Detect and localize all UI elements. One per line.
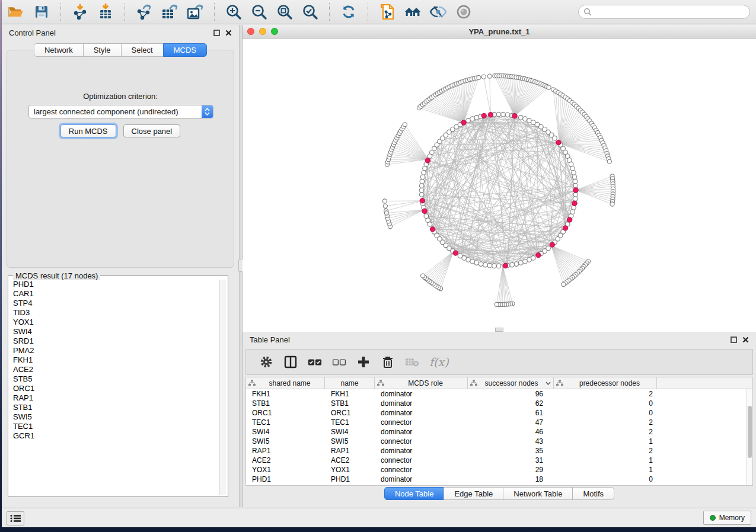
mcds-result-group: MCDS result (17 nodes) PHD1CAR1STP4TID3Y… [8, 275, 228, 497]
tab-edge-table[interactable]: Edge Table [444, 487, 503, 500]
table-row[interactable]: PHD1 PHD1 dominator 18 0 [246, 475, 752, 484]
tab-style[interactable]: Style [83, 43, 122, 57]
houses-icon[interactable] [404, 4, 421, 20]
mcds-result-item[interactable]: STP4 [10, 299, 219, 308]
zoom-selected-button[interactable] [302, 4, 318, 20]
zoom-in-button[interactable] [225, 4, 242, 20]
table-row[interactable]: ACE2 ACE2 connector 31 1 [246, 456, 752, 465]
export-network-button[interactable] [136, 4, 152, 20]
import-network-button[interactable] [72, 4, 88, 20]
toolbar-separator [329, 3, 330, 21]
mcds-list-scrollbar[interactable] [219, 280, 226, 495]
mcds-result-item[interactable]: SWI5 [10, 412, 219, 422]
mcds-result-item[interactable]: CAR1 [10, 289, 219, 299]
search-field[interactable] [578, 5, 750, 19]
tab-select[interactable]: Select [121, 43, 164, 57]
cell-shared-name: FKH1 [246, 390, 325, 398]
control-panel-header: Control Panel [2, 25, 239, 40]
memory-button[interactable]: Memory [703, 511, 751, 525]
close-panel-icon[interactable] [225, 30, 232, 36]
gear-icon[interactable] [259, 355, 273, 369]
network-canvas[interactable] [243, 39, 756, 331]
mcds-result-item[interactable]: SRD1 [10, 336, 219, 346]
import-table-button[interactable] [97, 4, 114, 20]
table-row[interactable]: RAP1 RAP1 dominator 35 2 [246, 446, 752, 456]
column-header-predecessor-nodes[interactable]: predecessor nodes [554, 377, 657, 389]
column-header-mcds-role[interactable]: MCDS role [375, 377, 468, 389]
cell-mcds-role: connector [375, 437, 468, 446]
mcds-result-item[interactable]: STB1 [10, 403, 219, 412]
mcds-result-list[interactable]: PHD1CAR1STP4TID3YOX1SWI4SRD1PMA2FKH1ACE2… [10, 280, 219, 495]
table-scrollbar[interactable] [746, 389, 752, 485]
hide-glasses-button[interactable] [430, 4, 446, 20]
search-input[interactable] [595, 8, 745, 16]
run-mcds-button[interactable]: Run MCDS [60, 124, 116, 137]
network-titlebar[interactable]: YPA_prune.txt_1 [243, 25, 756, 39]
refresh-button[interactable] [340, 4, 357, 20]
search-icon [583, 8, 592, 16]
float-panel-icon[interactable] [213, 30, 220, 36]
table-row[interactable]: SWI4 SWI4 dominator 46 2 [246, 427, 752, 437]
cell-name: YOX1 [325, 466, 375, 474]
delete-icon[interactable] [381, 355, 395, 369]
control-panel: Control Panel Network Style Select MCDS … [2, 25, 239, 507]
task-history-button[interactable] [7, 511, 24, 525]
mcds-result-item[interactable]: TID3 [10, 308, 219, 318]
zoom-fit-button[interactable] [276, 4, 293, 20]
refresh-icon [341, 4, 356, 20]
mcds-result-item[interactable]: GCR1 [10, 431, 219, 441]
mcds-result-title: MCDS result (17 nodes) [13, 271, 100, 280]
table-row[interactable]: ORC1 ORC1 dominator 61 0 [246, 408, 752, 418]
tab-node-table[interactable]: Node Table [384, 487, 445, 500]
export-table-button[interactable] [161, 4, 178, 20]
export-image-button[interactable] [187, 4, 203, 20]
add-icon[interactable] [356, 355, 371, 369]
network-file-button[interactable] [379, 4, 395, 20]
column-header-successor-nodes[interactable]: successor nodes [468, 377, 554, 389]
mcds-result-item[interactable]: STB5 [10, 374, 219, 384]
table-row[interactable]: FKH1 FKH1 dominator 96 2 [246, 389, 752, 399]
mcds-result-item[interactable]: YOX1 [10, 318, 219, 327]
select-all-icon[interactable] [308, 355, 322, 369]
import-network-icon [72, 4, 88, 20]
node-table: shared name name MCDS role successor nod… [245, 377, 753, 486]
cell-predecessor-nodes: 1 [554, 437, 657, 446]
zoom-out-button[interactable] [251, 4, 267, 20]
horizontal-splitter-grip[interactable] [495, 328, 503, 332]
tab-network[interactable]: Network [34, 43, 84, 57]
table-row[interactable]: SWI5 SWI5 connector 43 1 [246, 437, 752, 446]
close-panel-icon[interactable] [742, 336, 749, 343]
table-row[interactable]: YOX1 YOX1 connector 29 1 [246, 465, 752, 475]
table-toolbar: f(x) [245, 349, 753, 375]
table-row[interactable]: STB1 STB1 dominator 62 0 [246, 399, 752, 408]
column-header-name[interactable]: name [325, 377, 375, 389]
cell-shared-name: YOX1 [246, 466, 325, 474]
cell-predecessor-nodes: 2 [554, 447, 657, 455]
table-row[interactable]: TEC1 TEC1 connector 47 2 [246, 418, 752, 427]
mcds-result-item[interactable]: FKH1 [10, 355, 219, 365]
delete-table-icon [405, 355, 419, 369]
table-scrollbar-thumb[interactable] [748, 406, 752, 458]
close-panel-button[interactable]: Close panel [123, 124, 181, 137]
float-panel-icon[interactable] [731, 336, 737, 343]
cell-shared-name: STB1 [246, 399, 325, 408]
mcds-result-item[interactable]: ORC1 [10, 384, 219, 393]
table-header-row: shared name name MCDS role successor nod… [246, 377, 752, 389]
criterion-dropdown[interactable]: largest connected component (undirected) [28, 105, 213, 118]
control-panel-title: Control Panel [9, 28, 56, 37]
tab-motifs[interactable]: Motifs [572, 487, 614, 500]
mcds-result-item[interactable]: ACE2 [10, 365, 219, 374]
tab-network-table[interactable]: Network Table [503, 487, 573, 500]
mcds-result-item[interactable]: RAP1 [10, 393, 219, 403]
mcds-result-item[interactable]: PMA2 [10, 346, 219, 355]
split-view-icon[interactable] [283, 355, 298, 369]
mcds-result-item[interactable]: SWI4 [10, 327, 219, 336]
deselect-all-icon[interactable] [332, 355, 346, 369]
eye-button[interactable] [455, 4, 472, 20]
save-session-button[interactable] [33, 4, 50, 20]
tab-mcds[interactable]: MCDS [163, 43, 207, 57]
mcds-result-item[interactable]: TEC1 [10, 422, 219, 431]
open-session-button[interactable] [8, 4, 24, 20]
column-header-shared-name[interactable]: shared name [246, 377, 325, 389]
mcds-result-item[interactable]: PHD1 [10, 280, 219, 289]
